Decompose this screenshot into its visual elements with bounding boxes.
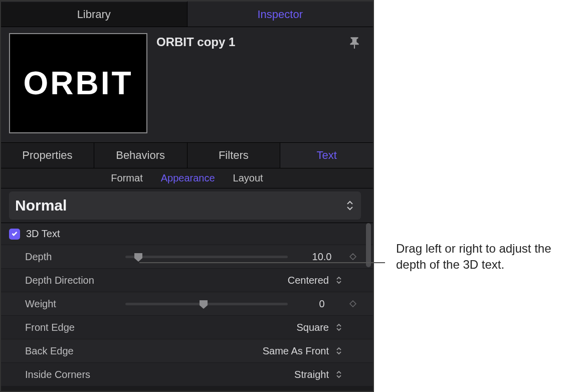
stepper-icon [336,370,342,379]
param-depth-direction-label: Depth Direction [25,275,125,286]
tab-behaviors-label: Behaviors [116,149,165,162]
check-icon [11,228,18,240]
pin-icon [349,42,360,51]
appearance-scroll-area: 3D Text Depth 10.0 Depth Direction Cente… [1,223,373,386]
tab-library-label: Library [77,8,111,21]
depth-slider[interactable] [125,256,288,258]
param-weight-label: Weight [25,298,125,310]
style-row: Normal [1,188,373,223]
callout-leader-line [139,262,385,263]
preset-style-value: Normal [15,197,67,214]
tab-filters-label: Filters [219,149,249,162]
param-inside-corners-label: Inside Corners [25,369,125,380]
depth-direction-dropdown[interactable]: Centered [125,275,346,286]
layer-title: ORBIT copy 1 [156,35,340,49]
depth-value-field[interactable]: 10.0 [302,251,342,263]
top-tab-bar: Library Inspector [1,1,373,27]
weight-slider[interactable] [125,303,288,305]
section-3d-text-label: 3D Text [26,228,60,240]
tab-filters[interactable]: Filters [187,143,280,168]
tab-library[interactable]: Library [1,1,187,27]
back-edge-value: Same As Front [263,345,329,357]
scrollbar[interactable] [366,223,371,386]
diamond-icon [349,251,356,263]
stepper-icon [336,323,342,332]
inside-corners-value: Straight [294,369,329,380]
diamond-icon [349,298,356,310]
stepper-icon [346,200,354,212]
depth-keyframe-button[interactable] [346,251,360,263]
inspector-subtab-bar: Properties Behaviors Filters Text [1,142,373,168]
tab-format[interactable]: Format [111,172,142,184]
tab-text-label: Text [316,149,336,162]
param-inside-corners: Inside Corners Straight [1,362,373,386]
stepper-icon [336,276,342,285]
layer-title-area: ORBIT copy 1 [156,33,340,49]
param-front-edge-label: Front Edge [25,322,125,333]
param-front-edge: Front Edge Square [1,315,373,339]
param-weight: Weight 0 [1,292,373,315]
param-depth-label: Depth [25,251,125,263]
param-depth: Depth 10.0 [1,245,373,268]
param-back-edge: Back Edge Same As Front [1,339,373,362]
tab-inspector-label: Inspector [258,8,303,21]
front-edge-dropdown[interactable]: Square [125,322,346,333]
tab-text[interactable]: Text [280,143,373,168]
layer-preview: ORBIT [9,33,147,133]
front-edge-value: Square [297,322,329,333]
scrollbar-thumb[interactable] [366,223,371,267]
weight-value-field[interactable]: 0 [302,298,342,310]
tab-inspector[interactable]: Inspector [187,1,373,27]
inspector-panel: Library Inspector ORBIT ORBIT copy 1 Pro… [0,0,374,392]
tab-behaviors[interactable]: Behaviors [94,143,187,168]
pin-button[interactable] [349,33,365,51]
depth-direction-value: Centered [288,275,329,286]
stepper-icon [336,346,342,355]
tab-properties-label: Properties [22,149,72,162]
section-3d-text[interactable]: 3D Text [1,223,373,245]
text-pane-tabs: Format Appearance Layout [1,168,373,188]
param-back-edge-label: Back Edge [25,345,125,357]
depth-slider-thumb[interactable] [133,252,144,263]
weight-slider-thumb[interactable] [198,299,209,310]
param-depth-direction: Depth Direction Centered [1,268,373,292]
callout-text: Drag left or right to adjust the depth o… [396,241,561,273]
svg-rect-0 [354,45,355,49]
layer-preview-text: ORBIT [23,65,133,102]
weight-keyframe-button[interactable] [346,298,360,310]
tab-appearance[interactable]: Appearance [161,172,215,184]
inspector-header: ORBIT ORBIT copy 1 [1,27,373,142]
back-edge-dropdown[interactable]: Same As Front [125,345,346,357]
preset-style-dropdown[interactable]: Normal [9,191,361,220]
tab-layout[interactable]: Layout [233,172,263,184]
tab-properties[interactable]: Properties [1,143,94,168]
inside-corners-dropdown[interactable]: Straight [125,369,346,380]
checkbox-3d-text[interactable] [9,229,20,240]
